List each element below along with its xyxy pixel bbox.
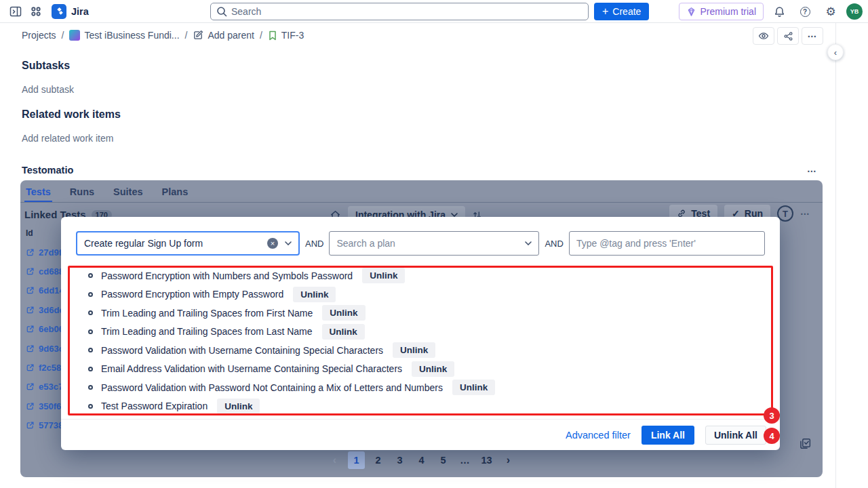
bullet-icon (88, 310, 93, 315)
external-link-icon (26, 363, 35, 372)
annotation-badge-4: 4 (764, 428, 780, 444)
test-filter-select[interactable]: Create regular Sign Up form × (76, 231, 300, 256)
pagination: ‹ 1 2 3 4 5 … 13 › (20, 451, 823, 469)
unlink-button[interactable]: Unlink (322, 324, 365, 340)
unlink-button[interactable]: Unlink (452, 380, 495, 395)
breadcrumb-separator: / (260, 30, 262, 41)
test-name: Password Encryption with Numbers and Sym… (101, 270, 353, 281)
unlink-button[interactable]: Unlink (362, 268, 405, 283)
user-avatar[interactable]: YB (846, 3, 863, 20)
sidebar-expand-icon (9, 5, 22, 18)
pagination-prev[interactable]: ‹ (326, 451, 343, 469)
search-input[interactable] (231, 6, 583, 17)
help-button[interactable]: ? (795, 3, 815, 20)
plan-filter-select[interactable]: Search a plan (329, 231, 539, 256)
share-icon (783, 31, 793, 41)
external-link-icon (26, 325, 35, 333)
pagination-next[interactable]: › (500, 451, 517, 469)
app-grid-icon (30, 5, 42, 18)
clear-icon[interactable]: × (267, 238, 278, 249)
create-button[interactable]: + Create (594, 3, 649, 20)
pagination-page-13[interactable]: 13 (478, 451, 495, 469)
pagination-page-5[interactable]: 5 (435, 451, 452, 469)
filter-row: Create regular Sign Up form × AND Search… (76, 231, 765, 256)
tag-placeholder: Type @tag and press 'Enter' (576, 238, 696, 249)
id-column-header: Id (26, 228, 33, 238)
share-button[interactable] (777, 27, 799, 45)
test-result-row: Email Address Validation with Username C… (76, 360, 765, 379)
related-items-heading: Related work items (22, 108, 121, 121)
app-switcher-button[interactable] (26, 3, 46, 20)
select-tests-icon[interactable] (799, 437, 812, 450)
test-name: Trim Leading and Trailing Spaces from La… (101, 326, 313, 337)
sidebar-expand-button[interactable] (5, 3, 26, 20)
add-subtask-link[interactable]: Add subtask (22, 84, 74, 95)
testomatio-heading: Testomatio (22, 165, 73, 176)
advanced-filter-link[interactable]: Advanced filter (566, 430, 631, 441)
issue-actions: ⋯ (753, 27, 823, 45)
breadcrumb-separator: / (62, 30, 64, 41)
add-parent-button[interactable]: Add parent (193, 30, 254, 41)
unlink-all-button[interactable]: Unlink All (705, 426, 766, 445)
tab-runs[interactable]: Runs (68, 185, 96, 202)
external-link-icon (26, 286, 35, 295)
watch-button[interactable] (753, 27, 774, 45)
and-label: AND (305, 239, 323, 249)
bullet-icon (88, 367, 93, 371)
more-icon: ⋯ (807, 165, 817, 176)
notifications-button[interactable] (769, 3, 789, 20)
and-label: AND (545, 239, 563, 249)
pagination-page-2[interactable]: 2 (370, 451, 387, 469)
testomatio-tabs: Tests Runs Suites Plans (20, 180, 823, 203)
chevron-down-icon[interactable] (285, 241, 292, 245)
more-icon: ⋯ (808, 31, 818, 41)
breadcrumb-project[interactable]: Test iBusiness Fundi... (69, 30, 179, 41)
external-link-icon (26, 421, 35, 430)
testomatio-more-button[interactable]: ⋯ (807, 165, 817, 177)
test-name: Password Validation with Username Contai… (101, 345, 383, 356)
create-label: Create (612, 6, 641, 17)
pagination-page-3[interactable]: 3 (391, 451, 408, 469)
pagination-page-1[interactable]: 1 (348, 451, 365, 469)
unlink-button[interactable]: Unlink (412, 361, 454, 377)
pagination-page-4[interactable]: 4 (413, 451, 430, 469)
test-name: Password Validation with Password Not Co… (101, 382, 443, 393)
external-link-icon (26, 402, 35, 411)
tab-plans[interactable]: Plans (161, 185, 190, 202)
test-result-row: Password Validation with Username Contai… (76, 341, 765, 360)
link-all-button[interactable]: Link All (642, 426, 694, 445)
more-actions-button[interactable]: ⋯ (802, 27, 823, 45)
external-link-icon (26, 248, 35, 257)
project-avatar (69, 30, 80, 41)
global-search[interactable] (210, 3, 589, 20)
eye-icon (758, 30, 769, 41)
tab-tests[interactable]: Tests (24, 185, 52, 202)
unlink-button[interactable]: Unlink (217, 399, 260, 414)
unlink-button[interactable]: Unlink (322, 305, 365, 321)
search-icon (216, 6, 227, 17)
test-name: Test Password Expiration (101, 401, 208, 411)
bullet-icon (88, 329, 93, 334)
unlink-button[interactable]: Unlink (293, 287, 336, 302)
panel-more-button[interactable]: ⋯ (800, 209, 810, 218)
test-result-row: Trim Leading and Trailing Spaces from La… (76, 323, 765, 342)
breadcrumb-projects[interactable]: Projects (22, 30, 56, 41)
premium-trial-button[interactable]: Premium trial (679, 3, 764, 20)
jira-brand[interactable]: Jira (52, 4, 89, 19)
premium-trial-label: Premium trial (701, 6, 756, 17)
settings-button[interactable]: ⚙ (821, 3, 841, 20)
external-link-icon (26, 344, 35, 353)
collapse-panel-button[interactable]: ‹ (827, 44, 844, 60)
breadcrumb-issue[interactable]: TIF-3 (268, 30, 304, 41)
tag-filter-input[interactable]: Type @tag and press 'Enter' (569, 231, 765, 256)
test-result-row: Password Validation with Password Not Co… (76, 378, 765, 397)
tab-suites[interactable]: Suites (112, 185, 144, 202)
unlink-button[interactable]: Unlink (393, 342, 435, 358)
chevron-down-icon[interactable] (525, 241, 532, 245)
test-name: Trim Leading and Trailing Spaces from Fi… (101, 308, 313, 319)
test-filter-value: Create regular Sign Up form (84, 238, 203, 249)
bullet-icon (88, 348, 93, 352)
pagination-ellipsis: … (456, 451, 473, 469)
add-related-link[interactable]: Add related work item (22, 133, 113, 144)
right-panel-divider (835, 23, 836, 488)
